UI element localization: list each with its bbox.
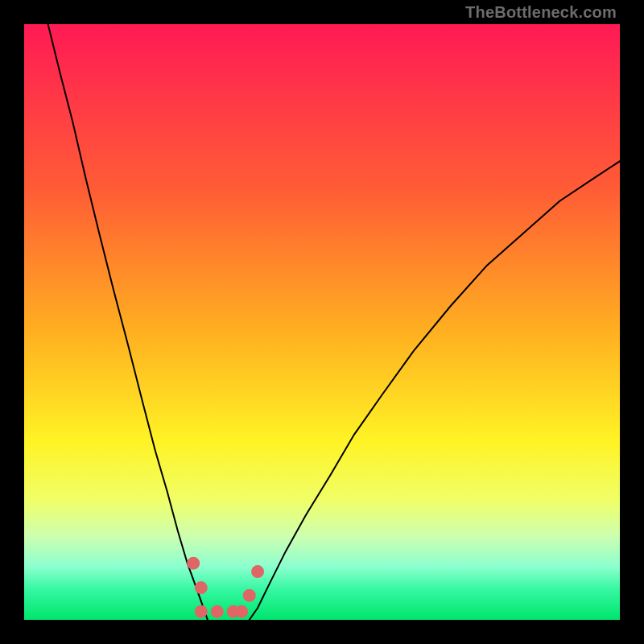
data-marker: [195, 581, 208, 594]
chart-svg: [24, 24, 620, 620]
chart-frame: TheBottleneck.com: [0, 0, 644, 644]
data-marker: [195, 605, 208, 618]
watermark-text: TheBottleneck.com: [465, 3, 617, 22]
plot-area: [24, 24, 620, 620]
data-marker: [227, 605, 240, 618]
data-marker: [187, 557, 200, 570]
data-marker: [251, 565, 264, 578]
data-marker: [211, 605, 224, 618]
gradient-background: [24, 24, 620, 620]
data-marker: [243, 589, 256, 602]
